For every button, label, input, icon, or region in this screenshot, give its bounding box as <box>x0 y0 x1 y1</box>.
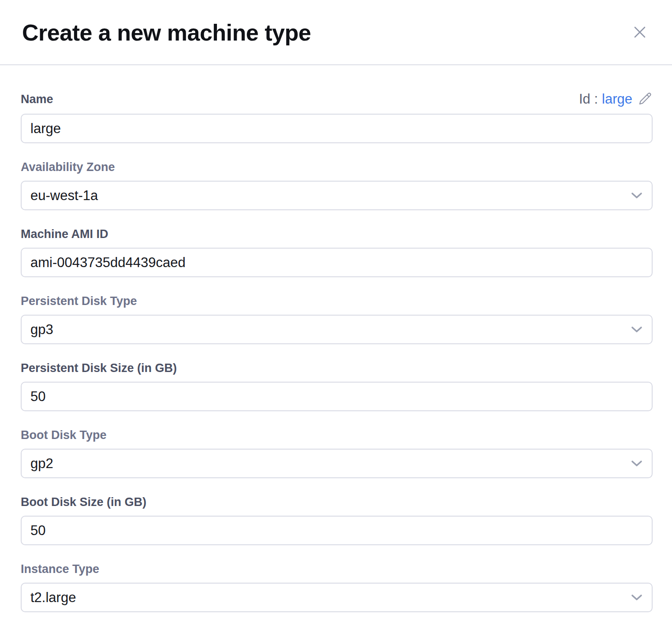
boot-disk-type-select[interactable]: gp2 <box>21 449 653 478</box>
modal-title: Create a new machine type <box>22 21 311 44</box>
machine-ami-id-input[interactable] <box>21 248 653 277</box>
name-input[interactable] <box>21 114 653 143</box>
id-badge: Id : large <box>579 92 653 106</box>
chevron-down-icon <box>631 594 643 601</box>
pencil-icon <box>638 92 653 106</box>
boot-disk-size-label: Boot Disk Size (in GB) <box>21 496 653 508</box>
persistent-disk-type-label: Persistent Disk Type <box>21 295 653 307</box>
modal-header: Create a new machine type <box>0 0 672 65</box>
persistent-disk-type-value: gp3 <box>30 322 53 338</box>
field-boot-disk-type: Boot Disk Type gp2 <box>21 429 653 478</box>
close-button[interactable] <box>632 25 647 40</box>
machine-ami-id-label: Machine AMI ID <box>21 228 653 240</box>
edit-id-button[interactable] <box>638 92 653 106</box>
chevron-down-icon <box>631 460 643 467</box>
id-prefix-label: Id : <box>579 92 598 106</box>
instance-type-label: Instance Type <box>21 563 653 575</box>
field-availability-zone: Availability Zone eu-west-1a <box>21 161 653 210</box>
persistent-disk-size-label: Persistent Disk Size (in GB) <box>21 362 653 374</box>
id-value: large <box>602 92 632 106</box>
field-name: Name Id : large <box>21 92 653 143</box>
chevron-down-icon <box>631 192 643 199</box>
field-instance-type: Instance Type t2.large <box>21 563 653 612</box>
field-boot-disk-size: Boot Disk Size (in GB) <box>21 496 653 545</box>
availability-zone-value: eu-west-1a <box>30 188 98 204</box>
boot-disk-size-input[interactable] <box>21 516 653 545</box>
name-label: Name <box>21 93 53 105</box>
field-persistent-disk-type: Persistent Disk Type gp3 <box>21 295 653 344</box>
availability-zone-label: Availability Zone <box>21 161 653 173</box>
field-machine-ami-id: Machine AMI ID <box>21 228 653 277</box>
boot-disk-type-value: gp2 <box>30 456 53 472</box>
name-label-row: Name Id : large <box>21 92 653 106</box>
close-icon <box>632 25 647 40</box>
instance-type-value: t2.large <box>30 590 76 606</box>
instance-type-select[interactable]: t2.large <box>21 583 653 612</box>
persistent-disk-size-input[interactable] <box>21 382 653 411</box>
field-persistent-disk-size: Persistent Disk Size (in GB) <box>21 362 653 411</box>
chevron-down-icon <box>631 326 643 333</box>
modal-body: Name Id : large Availability Zone <box>0 65 672 625</box>
boot-disk-type-label: Boot Disk Type <box>21 429 653 441</box>
persistent-disk-type-select[interactable]: gp3 <box>21 315 653 344</box>
availability-zone-select[interactable]: eu-west-1a <box>21 181 653 210</box>
create-machine-type-modal: Create a new machine type Name Id : larg… <box>0 0 672 625</box>
